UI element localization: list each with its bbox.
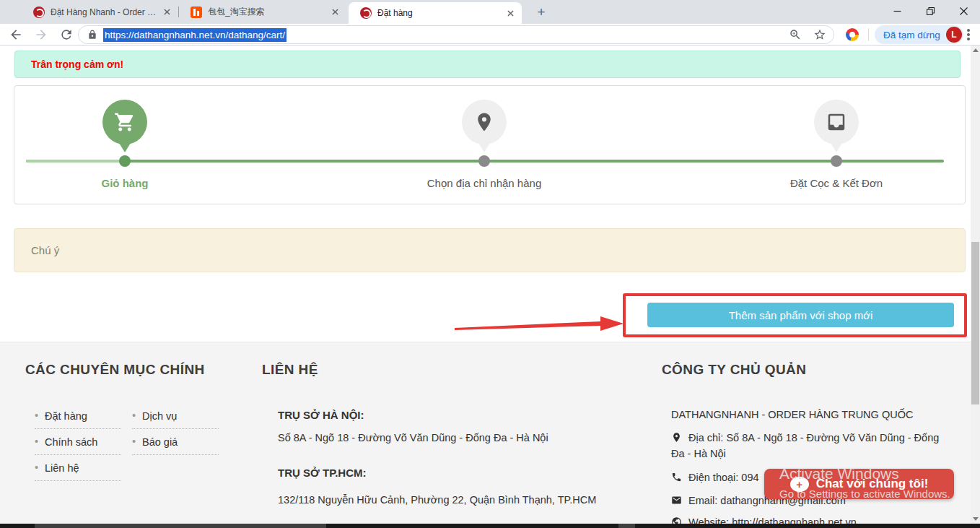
bookmark-star-icon[interactable]	[813, 28, 826, 41]
email-icon	[671, 495, 682, 506]
close-icon[interactable]	[329, 7, 341, 18]
company-website[interactable]: Website: http://dathangnhanh.net.vn	[688, 516, 857, 524]
minimize-button[interactable]	[880, 0, 914, 22]
window-controls	[880, 0, 980, 22]
hq-hanoi-address: Số 8A - Ngõ 18 - Đường Võ Văn Dũng - Đốn…	[278, 432, 548, 443]
step-cart-bubble	[102, 100, 147, 144]
page-content: Trân trọng cảm ơn! Giỏ hàng Chọn địa chỉ…	[0, 46, 980, 524]
tab-dathangnhanh-home[interactable]: Đặt Hàng Nhanh - Order Hàng T	[22, 0, 178, 24]
tab-title: 包包_淘宝搜索	[208, 6, 325, 18]
sync-paused-label: Đã tạm dừng	[883, 30, 940, 40]
annotation-arrow	[453, 315, 626, 332]
footer-link-bao-gia[interactable]: Báo giá	[132, 429, 219, 455]
tab-title: Đặt hàng	[377, 8, 500, 18]
taobao-favicon-icon	[191, 7, 202, 18]
footer-company-title: CÔNG TY CHỦ QUẢN	[662, 362, 806, 378]
footer-categories-title: CÁC CHUYÊN MỤC CHÍNH	[25, 362, 205, 378]
step-label-address: Chọn địa chỉ nhận hàng	[376, 177, 592, 189]
step-dot	[831, 155, 842, 167]
step-label-cart: Giỏ hàng	[17, 177, 233, 189]
chat-button[interactable]: + Chat với chúng tôi!	[764, 469, 954, 499]
back-icon[interactable]	[9, 27, 23, 42]
success-alert-text: Trân trọng cảm ơn!	[31, 59, 123, 70]
forward-icon[interactable]	[34, 27, 48, 42]
step-deposit-bubble	[814, 100, 859, 144]
hq-hcm-address: 132/118 Nguyễn Hữu Cảnh, Phường 22, Quận…	[278, 494, 596, 506]
taskbar-edge	[0, 524, 980, 528]
footer-link-dat-hang[interactable]: Đặt hàng	[35, 403, 121, 429]
footer-contact-title: LIÊN HỆ	[262, 362, 318, 378]
site-favicon-icon	[360, 7, 372, 19]
footer-link-dich-vu[interactable]: Dịch vụ	[132, 403, 219, 429]
checkout-stepper: Giỏ hàng Chọn địa chỉ nhận hàng Đặt Cọc …	[14, 85, 966, 204]
omnibox-actions	[789, 28, 826, 41]
browser-toolbar: https://dathangnhanh.net.vn/dathang/cart…	[0, 24, 980, 46]
company-address: Địa chỉ: Số 8A - Ngõ 18 - Đường Võ Văn D…	[671, 432, 939, 459]
annotation-rectangle	[623, 293, 967, 337]
step-label-deposit: Đặt Cọc & Kết Đơn	[728, 177, 945, 189]
inbox-tray-icon	[826, 111, 847, 133]
location-pin-icon	[671, 432, 682, 443]
chat-button-label: Chat với chúng tôi!	[816, 477, 929, 491]
taskbar-segment	[35, 524, 326, 528]
company-name: DATHANGNHANH - ORDER HÀNG TRUNG QUỐC	[671, 409, 913, 420]
tab-dat-hang-active[interactable]: Đặt hàng	[349, 2, 522, 24]
footer-links-col2: Dịch vụ Báo giá	[132, 403, 219, 455]
url-text[interactable]: https://dathangnhanh.net.vn/dathang/cart…	[103, 28, 286, 42]
close-window-button[interactable]	[947, 0, 980, 22]
hq-hanoi-label: TRỤ SỞ HÀ NỘI:	[278, 409, 364, 421]
close-icon[interactable]	[161, 7, 172, 18]
lock-icon[interactable]	[87, 30, 97, 40]
extension-icon[interactable]	[846, 28, 859, 41]
footer-link-lien-he[interactable]: Liên hệ	[35, 455, 121, 481]
restore-button[interactable]	[914, 0, 947, 22]
company-phone: Điện thoại: 094	[688, 472, 759, 483]
browser-window: Đặt Hàng Nhanh - Order Hàng T 包包_淘宝搜索 Đặ…	[0, 0, 980, 528]
tab-strip: Đặt Hàng Nhanh - Order Hàng T 包包_淘宝搜索 Đặ…	[0, 0, 980, 24]
scroll-down-icon[interactable]	[973, 517, 979, 521]
close-icon[interactable]	[504, 7, 516, 19]
phone-icon	[671, 472, 682, 482]
company-website-row: Website: http://dathangnhanh.net.vn	[671, 514, 953, 524]
location-pin-icon	[473, 111, 495, 133]
sync-paused-button[interactable]: Đã tạm dừng L	[875, 25, 963, 44]
globe-icon	[671, 516, 682, 524]
toolbar-separator	[868, 28, 869, 41]
notice-panel: Chú ý	[14, 228, 966, 272]
taskbar-segment	[618, 524, 635, 528]
step-dot-active	[119, 155, 131, 167]
tab-taobao-search[interactable]: 包包_淘宝搜索	[179, 0, 346, 24]
reload-icon[interactable]	[59, 27, 74, 42]
step-dot	[478, 155, 490, 167]
notice-label: Chú ý	[31, 244, 59, 256]
zoom-icon[interactable]	[789, 28, 802, 41]
hq-hcm-label: TRỤ SỞ TP.HCM:	[278, 467, 367, 479]
chat-bubble-icon: +	[790, 477, 809, 492]
scrollbar-thumb[interactable]	[971, 242, 979, 404]
cart-icon	[114, 111, 136, 133]
profile-avatar[interactable]: L	[946, 27, 962, 43]
footer-link-chinh-sach[interactable]: Chính sách	[35, 429, 121, 455]
step-address-bubble	[462, 100, 507, 144]
tab-title: Đặt Hàng Nhanh - Order Hàng T	[51, 7, 157, 17]
stepper-track-done	[26, 160, 125, 163]
vertical-scrollbar[interactable]	[971, 46, 980, 524]
browser-menu-icon[interactable]	[966, 27, 971, 42]
site-favicon-icon	[33, 7, 45, 18]
company-address-row: Địa chỉ: Số 8A - Ngõ 18 - Đường Võ Văn D…	[671, 430, 953, 462]
new-tab-button[interactable]: +	[534, 5, 548, 20]
scroll-up-icon[interactable]	[973, 48, 979, 52]
address-bar[interactable]: https://dathangnhanh.net.vn/dathang/cart…	[78, 25, 834, 44]
success-alert: Trân trọng cảm ơn!	[14, 51, 961, 78]
footer-links-col1: Đặt hàng Chính sách Liên hệ	[35, 403, 121, 481]
